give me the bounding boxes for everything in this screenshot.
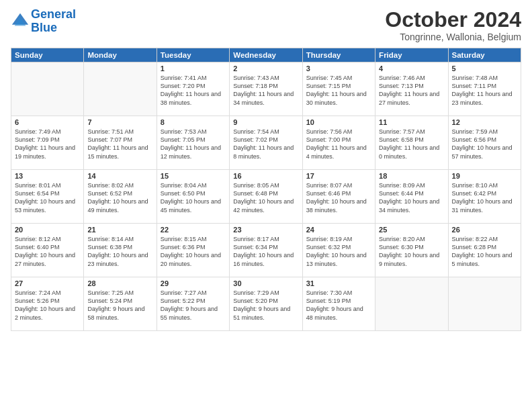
day-number: 23 — [233, 226, 298, 234]
day-number: 6 — [15, 118, 80, 126]
day-cell: 1Sunrise: 7:41 AM Sunset: 7:20 PM Daylig… — [157, 62, 229, 116]
day-number: 5 — [452, 64, 517, 73]
day-cell: 30Sunrise: 7:29 AM Sunset: 5:20 PM Dayli… — [230, 277, 302, 331]
day-number: 28 — [87, 279, 152, 287]
day-cell: 17Sunrise: 8:07 AM Sunset: 6:46 PM Dayli… — [302, 170, 375, 224]
day-cell: 14Sunrise: 8:02 AM Sunset: 6:52 PM Dayli… — [84, 170, 157, 224]
day-info: Sunrise: 7:41 AM Sunset: 7:20 PM Dayligh… — [161, 74, 226, 107]
day-number: 12 — [452, 118, 517, 126]
day-info: Sunrise: 7:49 AM Sunset: 7:09 PM Dayligh… — [15, 128, 80, 161]
day-cell: 20Sunrise: 8:12 AM Sunset: 6:40 PM Dayli… — [11, 224, 84, 277]
col-header-friday: Friday — [375, 48, 448, 62]
week-row-2: 6Sunrise: 7:49 AM Sunset: 7:09 PM Daylig… — [11, 116, 521, 170]
logo-blue: Blue — [31, 21, 57, 34]
day-number: 26 — [452, 226, 517, 234]
day-info: Sunrise: 8:10 AM Sunset: 6:42 PM Dayligh… — [452, 181, 517, 214]
main-container: General Blue October 2024 Tongrinne, Wal… — [0, 0, 532, 411]
day-info: Sunrise: 8:07 AM Sunset: 6:46 PM Dayligh… — [306, 181, 371, 214]
day-cell: 13Sunrise: 8:01 AM Sunset: 6:54 PM Dayli… — [11, 170, 84, 224]
day-number: 7 — [87, 118, 152, 126]
day-number: 31 — [306, 279, 371, 287]
day-cell: 28Sunrise: 7:25 AM Sunset: 5:24 PM Dayli… — [84, 277, 157, 331]
day-cell: 6Sunrise: 7:49 AM Sunset: 7:09 PM Daylig… — [11, 116, 84, 170]
day-info: Sunrise: 7:56 AM Sunset: 7:00 PM Dayligh… — [306, 128, 371, 161]
logo-icon — [11, 12, 30, 31]
day-cell: 7Sunrise: 7:51 AM Sunset: 7:07 PM Daylig… — [84, 116, 157, 170]
col-header-monday: Monday — [84, 48, 157, 62]
day-number: 18 — [379, 172, 444, 180]
day-number: 3 — [306, 64, 371, 73]
day-info: Sunrise: 7:59 AM Sunset: 6:56 PM Dayligh… — [452, 128, 517, 161]
day-info: Sunrise: 7:24 AM Sunset: 5:26 PM Dayligh… — [15, 289, 80, 322]
day-cell: 9Sunrise: 7:54 AM Sunset: 7:02 PM Daylig… — [230, 116, 302, 170]
calendar-table: SundayMondayTuesdayWednesdayThursdayFrid… — [11, 48, 521, 331]
day-cell: 21Sunrise: 8:14 AM Sunset: 6:38 PM Dayli… — [84, 224, 157, 277]
header-row: SundayMondayTuesdayWednesdayThursdayFrid… — [11, 48, 521, 62]
day-number: 20 — [15, 226, 80, 234]
day-cell: 12Sunrise: 7:59 AM Sunset: 6:56 PM Dayli… — [448, 116, 521, 170]
day-info: Sunrise: 8:19 AM Sunset: 6:32 PM Dayligh… — [306, 235, 371, 268]
week-row-1: 1Sunrise: 7:41 AM Sunset: 7:20 PM Daylig… — [11, 62, 521, 116]
day-number: 25 — [379, 226, 444, 234]
day-cell: 5Sunrise: 7:48 AM Sunset: 7:11 PM Daylig… — [448, 62, 521, 116]
day-info: Sunrise: 7:25 AM Sunset: 5:24 PM Dayligh… — [87, 289, 152, 322]
day-cell: 8Sunrise: 7:53 AM Sunset: 7:05 PM Daylig… — [157, 116, 229, 170]
day-cell: 4Sunrise: 7:46 AM Sunset: 7:13 PM Daylig… — [375, 62, 448, 116]
day-info: Sunrise: 7:48 AM Sunset: 7:11 PM Dayligh… — [452, 74, 517, 107]
day-cell: 11Sunrise: 7:57 AM Sunset: 6:58 PM Dayli… — [375, 116, 448, 170]
day-cell: 18Sunrise: 8:09 AM Sunset: 6:44 PM Dayli… — [375, 170, 448, 224]
day-info: Sunrise: 7:54 AM Sunset: 7:02 PM Dayligh… — [233, 128, 298, 161]
day-info: Sunrise: 8:14 AM Sunset: 6:38 PM Dayligh… — [87, 235, 152, 268]
day-cell: 15Sunrise: 8:04 AM Sunset: 6:50 PM Dayli… — [157, 170, 229, 224]
day-info: Sunrise: 8:22 AM Sunset: 6:28 PM Dayligh… — [452, 235, 517, 268]
day-cell: 27Sunrise: 7:24 AM Sunset: 5:26 PM Dayli… — [11, 277, 84, 331]
day-number: 21 — [87, 226, 152, 234]
day-number: 15 — [161, 172, 226, 180]
day-number: 29 — [161, 279, 226, 287]
header: General Blue October 2024 Tongrinne, Wal… — [11, 8, 521, 42]
week-row-3: 13Sunrise: 8:01 AM Sunset: 6:54 PM Dayli… — [11, 170, 521, 224]
day-info: Sunrise: 8:15 AM Sunset: 6:36 PM Dayligh… — [161, 235, 226, 268]
day-cell — [375, 277, 448, 331]
col-header-tuesday: Tuesday — [157, 48, 229, 62]
col-header-wednesday: Wednesday — [230, 48, 302, 62]
day-info: Sunrise: 7:51 AM Sunset: 7:07 PM Dayligh… — [87, 128, 152, 161]
title-block: October 2024 Tongrinne, Wallonia, Belgiu… — [385, 8, 521, 42]
day-number: 13 — [15, 172, 80, 180]
col-header-thursday: Thursday — [302, 48, 375, 62]
day-cell — [84, 62, 157, 116]
day-info: Sunrise: 8:04 AM Sunset: 6:50 PM Dayligh… — [161, 181, 226, 214]
day-number: 16 — [233, 172, 298, 180]
day-info: Sunrise: 8:17 AM Sunset: 6:34 PM Dayligh… — [233, 235, 298, 268]
day-number: 2 — [233, 64, 298, 73]
day-info: Sunrise: 7:46 AM Sunset: 7:13 PM Dayligh… — [379, 74, 444, 107]
day-cell: 29Sunrise: 7:27 AM Sunset: 5:22 PM Dayli… — [157, 277, 229, 331]
day-number: 1 — [161, 64, 226, 73]
day-info: Sunrise: 7:45 AM Sunset: 7:15 PM Dayligh… — [306, 74, 371, 107]
day-cell: 26Sunrise: 8:22 AM Sunset: 6:28 PM Dayli… — [448, 224, 521, 277]
day-info: Sunrise: 8:01 AM Sunset: 6:54 PM Dayligh… — [15, 181, 80, 214]
day-cell — [11, 62, 84, 116]
day-info: Sunrise: 8:09 AM Sunset: 6:44 PM Dayligh… — [379, 181, 444, 214]
day-info: Sunrise: 8:12 AM Sunset: 6:40 PM Dayligh… — [15, 235, 80, 268]
day-cell: 23Sunrise: 8:17 AM Sunset: 6:34 PM Dayli… — [230, 224, 302, 277]
day-cell: 22Sunrise: 8:15 AM Sunset: 6:36 PM Dayli… — [157, 224, 229, 277]
day-info: Sunrise: 8:20 AM Sunset: 6:30 PM Dayligh… — [379, 235, 444, 268]
day-cell: 3Sunrise: 7:45 AM Sunset: 7:15 PM Daylig… — [302, 62, 375, 116]
day-number: 22 — [161, 226, 226, 234]
day-info: Sunrise: 7:57 AM Sunset: 6:58 PM Dayligh… — [379, 128, 444, 161]
day-number: 27 — [15, 279, 80, 287]
day-info: Sunrise: 7:27 AM Sunset: 5:22 PM Dayligh… — [161, 289, 226, 322]
day-number: 8 — [161, 118, 226, 126]
day-number: 30 — [233, 279, 298, 287]
day-number: 24 — [306, 226, 371, 234]
day-cell: 19Sunrise: 8:10 AM Sunset: 6:42 PM Dayli… — [448, 170, 521, 224]
logo: General Blue — [11, 8, 76, 35]
week-row-4: 20Sunrise: 8:12 AM Sunset: 6:40 PM Dayli… — [11, 224, 521, 277]
day-info: Sunrise: 8:05 AM Sunset: 6:48 PM Dayligh… — [233, 181, 298, 214]
day-cell: 25Sunrise: 8:20 AM Sunset: 6:30 PM Dayli… — [375, 224, 448, 277]
day-info: Sunrise: 7:29 AM Sunset: 5:20 PM Dayligh… — [233, 289, 298, 322]
day-number: 4 — [379, 64, 444, 73]
col-header-saturday: Saturday — [448, 48, 521, 62]
week-row-5: 27Sunrise: 7:24 AM Sunset: 5:26 PM Dayli… — [11, 277, 521, 331]
